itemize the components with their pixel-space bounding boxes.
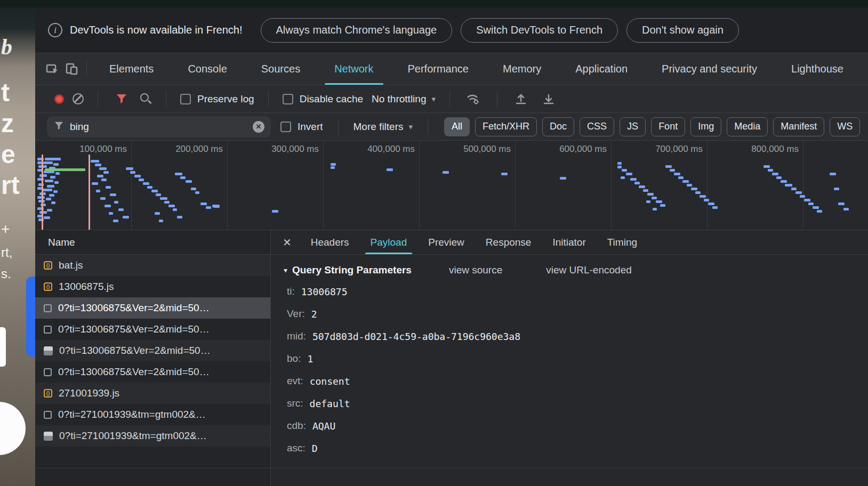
waterfall-bar (621, 176, 625, 179)
banner-button-switch-devtools-to-french[interactable]: Switch DevTools to French (461, 18, 618, 43)
page-blue-button-edge[interactable] (26, 277, 35, 357)
filter-chip-all[interactable]: All (444, 117, 470, 136)
close-details-icon[interactable]: ✕ (283, 236, 292, 249)
clear-network-log-icon[interactable] (73, 93, 84, 104)
waterfall-bar (106, 186, 111, 189)
waterfall-bar (175, 173, 182, 175)
waterfall-bar (639, 185, 645, 188)
tab-sources[interactable]: Sources (244, 53, 317, 85)
clear-filter-icon[interactable]: ✕ (253, 121, 264, 133)
disable-cache-checkbox[interactable] (283, 94, 293, 104)
preserve-log-label: Preserve log (197, 93, 254, 105)
invert-checkbox[interactable] (280, 122, 291, 132)
waterfall-bar (791, 188, 797, 190)
waterfall-bar (95, 164, 101, 166)
disable-cache-toggle[interactable]: Disable cache (283, 93, 363, 105)
view-url-encoded-link[interactable]: view URL-encoded (546, 264, 632, 276)
query-string-section-header[interactable]: ▾ Query String Parameters view source vi… (284, 260, 868, 280)
request-row[interactable]: 0?ti=13006875&Ver=2&mid=50… (35, 319, 270, 340)
tab-network[interactable]: Network (317, 53, 390, 85)
waterfall-bar (103, 171, 109, 174)
request-row[interactable]: {}271001939.js (35, 383, 270, 404)
waterfall-bar (804, 199, 810, 201)
request-row[interactable]: 0?ti=271001939&tm=gtm002&… (35, 425, 270, 447)
details-tab-headers[interactable]: Headers (300, 230, 360, 254)
filter-chip-media[interactable]: Media (727, 117, 768, 136)
filter-chip-doc[interactable]: Doc (542, 117, 574, 136)
filter-icon[interactable] (112, 90, 131, 109)
page-text-fragment: e (1, 140, 15, 169)
filter-chip-ws[interactable]: WS (830, 117, 860, 136)
screen: btzert+rt,s. i DevTools is now available… (0, 0, 868, 486)
payload-param: bo:1 (284, 347, 868, 370)
filter-chip-font[interactable]: Font (651, 117, 685, 136)
request-row[interactable]: {}bat.js (35, 255, 270, 276)
waterfall-bar (180, 176, 186, 179)
more-filters-label: More filters (353, 121, 404, 133)
waterfall-bar (785, 184, 792, 187)
tab-application[interactable]: Application (558, 53, 645, 85)
banner-button-don-t-show-again[interactable]: Don't show again (626, 18, 739, 43)
param-value: consent (310, 376, 350, 387)
waterfall-bar (43, 161, 53, 164)
param-key: asc: (287, 442, 306, 454)
waterfall-bar (130, 171, 135, 174)
waterfall-bar (160, 197, 167, 200)
filter-chip-fetch-xhr[interactable]: Fetch/XHR (475, 117, 537, 136)
network-conditions-icon[interactable] (464, 90, 483, 109)
filter-chip-js[interactable]: JS (620, 117, 646, 136)
inspect-element-icon[interactable] (43, 60, 62, 79)
name-column-header[interactable]: Name (35, 230, 270, 255)
waterfall-bar (387, 168, 393, 171)
waterfall-bar (45, 158, 61, 160)
waterfall-bar (37, 196, 45, 199)
request-row[interactable]: 0?ti=13006875&Ver=2&mid=50… (35, 361, 270, 383)
device-toolbar-icon[interactable] (62, 60, 81, 79)
filter-input[interactable]: bing ✕ (47, 116, 271, 137)
view-source-link[interactable]: view source (449, 264, 502, 276)
details-tab-payload[interactable]: Payload (360, 230, 418, 254)
request-row[interactable]: 0?ti=271001939&tm=gtm002&… (35, 404, 270, 425)
network-overview-waterfall[interactable]: 100,000 ms200,000 ms300,000 ms400,000 ms… (35, 141, 868, 230)
tab-lighthouse[interactable]: Lighthouse (774, 53, 861, 85)
request-row[interactable]: {}13006875.js (35, 276, 270, 297)
caret-down-icon: ▾ (409, 122, 413, 132)
request-name: 0?ti=13006875&Ver=2&mid=50… (59, 345, 211, 357)
details-tab-preview[interactable]: Preview (417, 230, 475, 254)
request-row[interactable]: 0?ti=13006875&Ver=2&mid=50… (35, 297, 270, 319)
waterfall-bar (159, 220, 163, 222)
tab-console[interactable]: Console (171, 53, 244, 85)
details-tab-response[interactable]: Response (475, 230, 542, 254)
details-tab-timing[interactable]: Timing (597, 230, 648, 254)
request-row[interactable]: 0?ti=13006875&Ver=2&mid=50… (35, 340, 270, 361)
filter-chip-manifest[interactable]: Manifest (773, 117, 824, 136)
details-tab-initiator[interactable]: Initiator (542, 230, 596, 254)
overview-gridline (803, 141, 803, 230)
banner-button-always-match-chrome-s-language[interactable]: Always match Chrome's language (261, 18, 453, 43)
disclosure-triangle-icon[interactable]: ▾ (284, 266, 287, 274)
preserve-log-checkbox[interactable] (180, 94, 191, 104)
tab-elements[interactable]: Elements (92, 53, 171, 85)
param-key: cdb: (287, 420, 306, 432)
waterfall-bar (110, 193, 116, 196)
doc-file-icon (44, 411, 52, 419)
export-har-icon[interactable] (539, 90, 558, 109)
waterfall-bar (92, 182, 98, 185)
record-network-log-button[interactable] (54, 94, 64, 104)
request-name: 0?ti=13006875&Ver=2&mid=50… (58, 323, 210, 335)
filter-chip-css[interactable]: CSS (580, 117, 614, 136)
waterfall-bar (682, 180, 689, 183)
tab-performance[interactable]: Performance (391, 53, 486, 85)
waterfall-bar (45, 180, 53, 182)
search-icon[interactable] (140, 93, 152, 105)
img-file-icon (44, 432, 53, 441)
tab-privacy-and-security[interactable]: Privacy and security (645, 53, 774, 85)
invert-toggle[interactable]: Invert (280, 121, 323, 133)
more-filters-button[interactable]: More filters ▾ (353, 121, 413, 133)
throttling-select[interactable]: No throttling ▾ (372, 93, 436, 105)
import-har-icon[interactable] (511, 90, 531, 109)
waterfall-bar (678, 176, 684, 179)
preserve-log-toggle[interactable]: Preserve log (180, 93, 254, 105)
tab-memory[interactable]: Memory (486, 53, 558, 85)
filter-chip-img[interactable]: Img (690, 117, 721, 136)
